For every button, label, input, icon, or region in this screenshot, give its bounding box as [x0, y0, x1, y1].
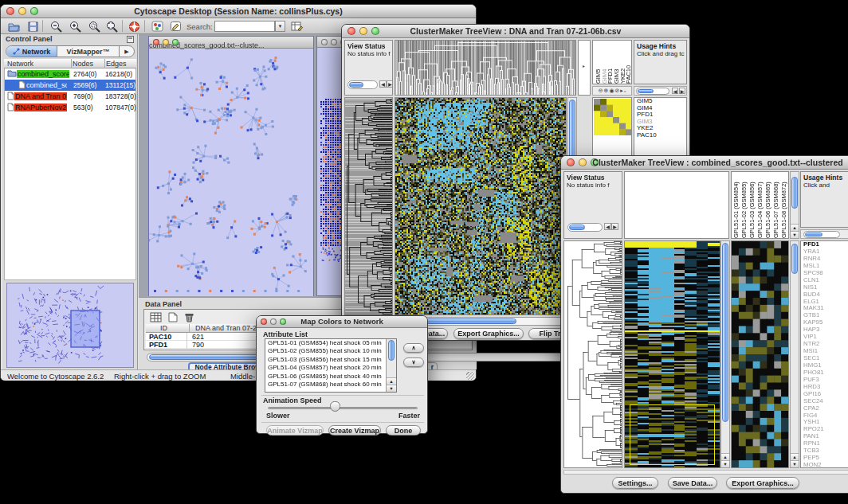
attribute-browser-icon[interactable]: [289, 20, 305, 33]
network-table-row[interactable]: combined_sco2569(6)13112(15): [5, 80, 135, 91]
tv2-labels-vscrollbar[interactable]: ▲ ▼: [790, 171, 799, 239]
resize-grip[interactable]: [466, 372, 474, 380]
annotation-icon[interactable]: [167, 20, 183, 33]
scroll-down-icon[interactable]: ▼: [387, 385, 396, 392]
network-view-canvas[interactable]: [149, 49, 313, 296]
slider-thumb[interactable]: [330, 401, 340, 412]
vscroll-thumb[interactable]: [722, 243, 728, 422]
status-scroll-pill[interactable]: [347, 80, 378, 89]
delete-attribute-icon[interactable]: [181, 311, 197, 323]
scroll-down-icon[interactable]: ▼: [791, 460, 799, 467]
maximize-icon[interactable]: [172, 39, 179, 45]
tv2-column-labels: GPL51-01 (GSM854)GPL51-02 (GSM855)GPL51-…: [731, 171, 789, 239]
zoom-fit-icon[interactable]: [104, 20, 120, 33]
tv1-heatmap[interactable]: [395, 97, 567, 315]
tv2-row-dendrogram[interactable]: [563, 240, 622, 468]
tv2-zoom-vscrollbar[interactable]: ▲ ▼: [790, 240, 799, 468]
attribute-list-scrollbar[interactable]: ▲ ▼: [386, 339, 396, 392]
tv2-column-tree-area[interactable]: [624, 171, 729, 239]
new-attribute-icon[interactable]: [165, 311, 181, 323]
hints-scroll-pill[interactable]: [803, 231, 840, 238]
zoom-in-icon[interactable]: [68, 20, 84, 33]
zoom-out-icon[interactable]: ⊖: [599, 88, 603, 94]
similarity-matrix[interactable]: [594, 99, 632, 135]
network-name: DNA and Tran 07: [14, 92, 67, 100]
minimize-icon[interactable]: [331, 39, 337, 45]
tab-vizmapper[interactable]: VizMapper™: [57, 46, 120, 57]
tv1-column-labels: GIM5GIM4PFD1GIM3YKE2PAC10: [592, 40, 632, 84]
scroll-left-icon[interactable]: ◀: [604, 223, 611, 230]
open-file-icon[interactable]: [6, 20, 22, 33]
attribute-list-item[interactable]: GPL51-03 (GSM856) heat shock 15 min: [265, 356, 386, 364]
zoom-in-icon[interactable]: ⊕: [604, 88, 609, 94]
export-graphics-button[interactable]: Export Graphics...: [726, 477, 799, 489]
tab-overflow-icon[interactable]: ▶: [120, 46, 134, 57]
table-icon[interactable]: [147, 311, 163, 323]
zoom-out-icon[interactable]: [49, 20, 65, 33]
export-graphics-button[interactable]: Export Graphics...: [453, 328, 524, 339]
tab-network[interactable]: Network: [6, 46, 57, 57]
search-dropdown-icon[interactable]: ▼: [275, 21, 285, 32]
attribute-list-item[interactable]: GPL51-06 (GSM865) heat shock 40 min: [265, 373, 386, 381]
scroll-up-icon[interactable]: ▲: [721, 453, 729, 460]
save-icon[interactable]: [25, 20, 41, 33]
network-table-row[interactable]: combined_scores2764(0)16218(0): [5, 68, 135, 80]
tv2-vscrollbar[interactable]: ▲ ▼: [720, 240, 730, 468]
scroll-left-icon[interactable]: ◀: [672, 88, 678, 94]
float-panel-icon[interactable]: [127, 36, 134, 43]
control-panel: Control Panel Network VizMapper™ ▶ Netwo…: [2, 34, 138, 369]
status-welcome: Welcome to Cytoscape 2.6.2: [7, 372, 104, 381]
scroll-right-icon[interactable]: ▶: [387, 80, 393, 88]
target-icon[interactable]: ◉: [609, 88, 614, 94]
close-icon[interactable]: [153, 39, 159, 45]
play-icon[interactable]: ▸: [620, 88, 623, 94]
attribute-list-item[interactable]: GPL51-01 (GSM854) heat shock 05 min: [265, 339, 386, 347]
attribute-list-item[interactable]: GPL51-04 (GSM857) heat shock 20 min: [265, 364, 386, 372]
gene-label[interactable]: MON2: [801, 462, 848, 468]
move-up-button[interactable]: ∧: [403, 343, 424, 353]
attribute-list-item[interactable]: GPL51-07 (GSM868) heat shock 60 min: [265, 381, 386, 389]
attribute-list-item[interactable]: GPL51-02 (GSM855) heat shock 10 min: [265, 347, 386, 355]
scroll-up-icon[interactable]: ▲: [791, 224, 799, 231]
scroll-left-icon[interactable]: ◀: [379, 80, 387, 88]
expand-icon[interactable]: ▸: [583, 63, 585, 68]
close-icon[interactable]: [321, 39, 328, 45]
tv1-row-dendrogram[interactable]: [344, 97, 393, 315]
zoom-selected-icon[interactable]: [87, 20, 103, 33]
tv2-zoom-heatmap[interactable]: [731, 240, 789, 468]
network-table-row[interactable]: DNA and Tran 07769(0)183728(0): [5, 91, 135, 102]
scroll-down-icon[interactable]: ▼: [791, 231, 799, 238]
hints-scroll-pill[interactable]: [636, 88, 669, 95]
frame-icon[interactable]: ▫: [624, 88, 626, 94]
animation-speed-slider[interactable]: [268, 407, 418, 409]
vizmapper-icon[interactable]: [149, 20, 165, 33]
vscroll-thumb[interactable]: [388, 340, 395, 361]
network-table-row[interactable]: RNAPuberNov2+563(0)107847(0): [5, 102, 135, 113]
scroll-right-icon[interactable]: ▶: [611, 223, 618, 230]
vscroll-thumb[interactable]: [791, 177, 798, 209]
frame-titlebar[interactable]: combined_scores_good.txt--cluste...: [149, 37, 313, 49]
tv2-hints-scroll: [800, 229, 848, 239]
scroll-right-icon[interactable]: ▶: [679, 88, 685, 94]
scroll-down-icon[interactable]: ▼: [721, 460, 729, 467]
status-scroll-pill[interactable]: [567, 223, 603, 232]
group-separator: [261, 395, 424, 396]
vscroll-thumb[interactable]: [791, 244, 798, 274]
slower-label: Slower: [266, 412, 290, 420]
scroll-up-icon[interactable]: ▲: [387, 377, 396, 385]
reset-icon[interactable]: ⊘: [614, 88, 619, 94]
tv1-column-dendrogram[interactable]: [395, 40, 576, 96]
minimize-icon[interactable]: [163, 39, 169, 45]
tv2-heatmap[interactable]: [624, 240, 720, 468]
save-data-button[interactable]: Save Data...: [668, 477, 717, 489]
help-icon[interactable]: [126, 20, 142, 33]
gene-label[interactable]: PAC10: [634, 132, 686, 139]
search-input[interactable]: [214, 21, 275, 32]
create-vizmap-button[interactable]: Create Vizmap: [328, 425, 381, 436]
scroll-up-icon[interactable]: ▲: [791, 453, 799, 460]
birdseye-view[interactable]: [6, 283, 134, 368]
done-button[interactable]: Done: [386, 425, 421, 436]
move-down-button[interactable]: ∨: [403, 357, 424, 367]
settings-button[interactable]: Settings...: [612, 477, 658, 489]
animate-vizmap-button[interactable]: Animate Vizmap: [266, 425, 324, 436]
